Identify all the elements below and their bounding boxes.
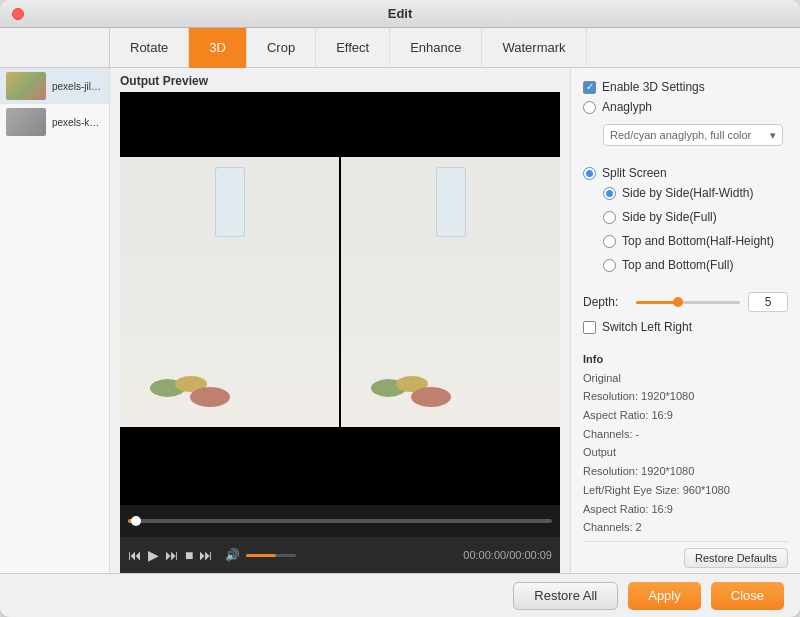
- video-frame-content-left: [120, 157, 339, 427]
- restore-defaults-row: Restore Defaults: [583, 541, 788, 573]
- split-option-3-label: Top and Bottom(Full): [622, 258, 733, 272]
- main-content: pexels-jill-... pexels-ko... Output Prev…: [0, 68, 800, 573]
- anaglyph-dropdown-value: Red/cyan anaglyph, full color: [610, 129, 751, 141]
- depth-row: Depth: 5: [583, 292, 788, 312]
- tab-crop[interactable]: Crop: [247, 28, 316, 68]
- split-option-2-radio[interactable]: [603, 235, 616, 248]
- video-bottom-black: [120, 440, 560, 505]
- sidebar: pexels-jill-... pexels-ko...: [0, 68, 110, 573]
- enable-3d-checkbox[interactable]: [583, 81, 596, 94]
- progress-track[interactable]: [128, 519, 552, 523]
- volume-fill: [246, 554, 276, 557]
- title-bar: Edit: [0, 0, 800, 28]
- split-option-3-radio[interactable]: [603, 259, 616, 272]
- sidebar-item-1[interactable]: pexels-ko...: [0, 104, 109, 140]
- info-original-channels: Channels: -: [583, 425, 788, 444]
- switch-left-right-label: Switch Left Right: [602, 320, 692, 334]
- volume-icon: 🔊: [225, 548, 240, 562]
- split-screen-radio[interactable]: [583, 167, 596, 180]
- split-option-2-label: Top and Bottom(Half-Height): [622, 234, 774, 248]
- split-option-2-row: Top and Bottom(Half-Height): [603, 234, 788, 248]
- close-traffic-light[interactable]: [12, 8, 24, 20]
- close-button[interactable]: Close: [711, 582, 784, 610]
- volume-bar[interactable]: [246, 554, 296, 557]
- sidebar-placeholder: [0, 28, 110, 67]
- depth-label: Depth:: [583, 295, 628, 309]
- split-screen-section: Split Screen Side by Side(Half-Width) Si…: [583, 166, 788, 278]
- video-panel: Output Preview: [110, 68, 570, 573]
- tabs-bar: Rotate 3D Crop Effect Enhance Watermark: [0, 28, 800, 68]
- end-button[interactable]: ⏭: [199, 547, 213, 563]
- split-option-0-label: Side by Side(Half-Width): [622, 186, 753, 200]
- progress-thumb: [131, 516, 141, 526]
- tab-enhance[interactable]: Enhance: [390, 28, 482, 68]
- sidebar-label-1: pexels-ko...: [52, 117, 103, 128]
- main-window: Edit Rotate 3D Crop Effect Enhance Water…: [0, 0, 800, 617]
- settings-panel: Enable 3D Settings Anaglyph Red/cyan ana…: [570, 68, 800, 573]
- anaglyph-label: Anaglyph: [602, 100, 652, 114]
- anaglyph-dropdown-row: Red/cyan anaglyph, full color ▾: [603, 124, 788, 146]
- apply-button[interactable]: Apply: [628, 582, 701, 610]
- chevron-down-icon: ▾: [770, 129, 776, 142]
- video-frame-right: [341, 157, 560, 427]
- slider-fill: [636, 301, 678, 304]
- sidebar-item-0[interactable]: pexels-jill-...: [0, 68, 109, 104]
- info-original-label: Original: [583, 369, 788, 388]
- time-display: 00:00:00/00:00:09: [463, 549, 552, 561]
- tab-watermark[interactable]: Watermark: [482, 28, 586, 68]
- anaglyph-dropdown[interactable]: Red/cyan anaglyph, full color ▾: [603, 124, 783, 146]
- scene-right: [341, 157, 560, 427]
- split-option-1-label: Side by Side(Full): [622, 210, 717, 224]
- info-original-resolution: Resolution: 1920*1080: [583, 387, 788, 406]
- anaglyph-row: Anaglyph: [583, 100, 788, 114]
- macaron-pink-left: [190, 387, 230, 407]
- video-preview: [120, 92, 560, 537]
- info-output-eye-size: Left/Right Eye Size: 960*1080: [583, 481, 788, 500]
- sidebar-label-0: pexels-jill-...: [52, 81, 103, 92]
- info-section: Info Original Resolution: 1920*1080 Aspe…: [583, 350, 788, 537]
- glass-left: [215, 167, 245, 237]
- skip-back-button[interactable]: ⏮: [128, 547, 142, 563]
- video-top-black: [120, 92, 560, 157]
- macaron-pink-right: [411, 387, 451, 407]
- split-screen-row: Split Screen: [583, 166, 788, 180]
- split-option-3-row: Top and Bottom(Full): [603, 258, 788, 272]
- split-screen-label: Split Screen: [602, 166, 667, 180]
- switch-left-right-checkbox[interactable]: [583, 321, 596, 334]
- split-option-0-radio[interactable]: [603, 187, 616, 200]
- switch-left-right-row: Switch Left Right: [583, 320, 788, 334]
- anaglyph-radio[interactable]: [583, 101, 596, 114]
- skip-forward-button[interactable]: ⏭: [165, 547, 179, 563]
- restore-all-button[interactable]: Restore All: [513, 582, 618, 610]
- tabs-container: Rotate 3D Crop Effect Enhance Watermark: [110, 28, 800, 67]
- scene-left: [120, 157, 339, 427]
- info-title: Info: [583, 350, 788, 369]
- split-options-group: Side by Side(Half-Width) Side by Side(Fu…: [603, 186, 788, 278]
- sidebar-thumb-1: [6, 108, 46, 136]
- controls-bar: ⏮ ▶ ⏭ ■ ⏭ 🔊 00:00:00/00:00:09: [120, 537, 560, 573]
- info-output-resolution: Resolution: 1920*1080: [583, 462, 788, 481]
- video-frame-left: [120, 157, 339, 427]
- enable-3d-label: Enable 3D Settings: [602, 80, 705, 94]
- tab-3d[interactable]: 3D: [189, 28, 247, 68]
- depth-value[interactable]: 5: [748, 292, 788, 312]
- info-output-aspect: Aspect Ratio: 16:9: [583, 500, 788, 519]
- video-frame-content-right: [341, 157, 560, 427]
- tab-rotate[interactable]: Rotate: [110, 28, 189, 68]
- tab-effect[interactable]: Effect: [316, 28, 390, 68]
- sidebar-thumb-0: [6, 72, 46, 100]
- restore-defaults-button[interactable]: Restore Defaults: [684, 548, 788, 568]
- info-output-label: Output: [583, 443, 788, 462]
- output-preview-label: Output Preview: [110, 68, 570, 92]
- slider-thumb: [673, 297, 683, 307]
- split-option-1-radio[interactable]: [603, 211, 616, 224]
- info-output-channels: Channels: 2: [583, 518, 788, 537]
- glass-right: [436, 167, 466, 237]
- depth-slider[interactable]: [636, 301, 740, 304]
- window-title: Edit: [388, 6, 413, 21]
- progress-bar-area: [120, 505, 560, 537]
- video-middle: [120, 157, 560, 427]
- play-button[interactable]: ▶: [148, 547, 159, 563]
- stop-button[interactable]: ■: [185, 547, 193, 563]
- info-original-aspect: Aspect Ratio: 16:9: [583, 406, 788, 425]
